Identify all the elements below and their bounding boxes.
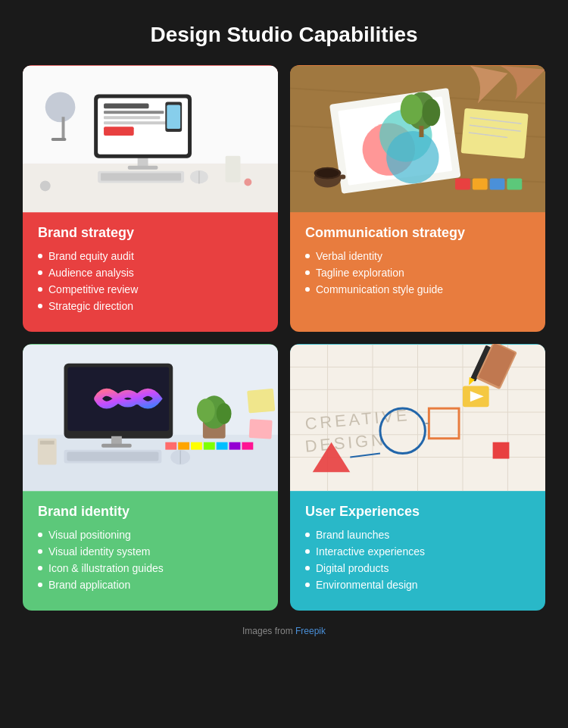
svg-rect-44: [490, 179, 505, 190]
bullet-icon: [305, 287, 310, 292]
brand-identity-image: [23, 344, 278, 492]
page-title: Design Studio Capabilities: [23, 23, 545, 47]
svg-rect-20: [51, 138, 67, 141]
bullet-icon: [38, 533, 42, 537]
communication-strategy-card: Communication strategy Verbal identity T…: [290, 65, 545, 332]
svg-rect-45: [507, 179, 522, 190]
capabilities-grid: Brand strategy Brand equity audit Audien…: [23, 65, 545, 611]
brand-identity-card: Brand identity Visual positioning Visual…: [23, 344, 278, 611]
bullet-icon: [38, 254, 42, 258]
communication-strategy-title: Communication strategy: [305, 225, 530, 241]
brand-strategy-content: Brand strategy Brand equity audit Audien…: [23, 213, 278, 312]
bullet-icon: [305, 270, 310, 275]
footer: Images from Freepik: [242, 626, 326, 636]
svg-rect-19: [62, 117, 65, 139]
user-experiences-list: Brand launches Interactive experiences D…: [305, 529, 530, 591]
user-experiences-title: User Experiences: [305, 504, 530, 520]
svg-rect-60: [165, 442, 176, 450]
list-item: Strategic direction: [38, 300, 263, 312]
svg-rect-42: [455, 179, 470, 190]
svg-rect-93: [493, 442, 510, 459]
svg-point-69: [197, 398, 215, 423]
communication-strategy-content: Communication strategy Verbal identity T…: [290, 213, 545, 295]
svg-rect-21: [226, 156, 241, 183]
svg-rect-4: [128, 166, 158, 170]
svg-rect-61: [178, 442, 189, 450]
bullet-icon: [305, 566, 310, 570]
list-item: Brand launches: [305, 529, 530, 541]
svg-rect-37: [419, 126, 423, 137]
svg-rect-63: [204, 442, 215, 450]
list-item: Interactive experiences: [305, 545, 530, 558]
svg-rect-11: [104, 127, 134, 136]
list-item: Communication style guide: [305, 283, 530, 295]
bullet-icon: [305, 533, 310, 537]
svg-point-18: [45, 92, 76, 123]
bullet-icon: [38, 583, 42, 587]
svg-point-70: [217, 403, 232, 424]
svg-rect-9: [104, 116, 160, 119]
svg-rect-7: [104, 103, 148, 108]
brand-strategy-title: Brand strategy: [38, 225, 263, 241]
bullet-icon: [38, 270, 42, 275]
list-item: Icon & illustration guides: [38, 562, 263, 574]
svg-point-35: [401, 95, 423, 125]
list-item: Tagline exploration: [305, 267, 530, 279]
list-item: Audience analysis: [38, 267, 263, 279]
list-item: Brand application: [38, 579, 263, 591]
list-item: Competitive review: [38, 283, 263, 295]
user-experiences-image: CREATIVE DESIGN: [290, 344, 545, 492]
bullet-icon: [305, 583, 310, 587]
user-experiences-content: User Experiences Brand launches Interact…: [290, 492, 545, 591]
communication-strategy-image: [290, 65, 545, 213]
svg-rect-57: [67, 452, 158, 461]
list-item: Visual identity system: [38, 545, 263, 558]
svg-rect-13: [167, 105, 180, 129]
communication-strategy-list: Verbal identity Tagline exploration Comm…: [305, 250, 530, 295]
brand-strategy-image: [23, 65, 278, 213]
svg-rect-66: [242, 442, 253, 450]
svg-rect-55: [101, 444, 132, 448]
svg-rect-62: [191, 442, 202, 450]
bullet-icon: [38, 287, 42, 292]
svg-point-22: [244, 179, 251, 186]
brand-strategy-list: Brand equity audit Audience analysis Com…: [38, 250, 263, 312]
list-item: Visual positioning: [38, 529, 263, 541]
bullet-icon: [305, 549, 310, 554]
svg-rect-8: [104, 111, 164, 114]
footer-link[interactable]: Freepik: [295, 626, 326, 636]
bullet-icon: [38, 549, 42, 554]
bullet-icon: [38, 304, 42, 308]
list-item: Verbal identity: [305, 250, 530, 262]
list-item: Digital products: [305, 562, 530, 574]
footer-text: Images from: [242, 626, 295, 636]
brand-identity-title: Brand identity: [38, 504, 263, 520]
brand-strategy-card: Brand strategy Brand equity audit Audien…: [23, 65, 278, 332]
svg-rect-71: [247, 389, 275, 414]
bullet-icon: [38, 566, 42, 570]
svg-rect-15: [101, 173, 181, 181]
svg-rect-74: [40, 441, 55, 445]
svg-point-36: [422, 98, 440, 126]
svg-point-23: [40, 181, 51, 192]
svg-rect-65: [229, 442, 241, 450]
bullet-icon: [305, 254, 310, 258]
svg-rect-10: [104, 121, 167, 124]
svg-rect-72: [249, 419, 273, 439]
brand-identity-content: Brand identity Visual positioning Visual…: [23, 492, 278, 591]
user-experiences-card: CREATIVE DESIGN: [290, 344, 545, 611]
brand-identity-list: Visual positioning Visual identity syste…: [38, 529, 263, 591]
svg-rect-64: [217, 442, 228, 450]
svg-point-40: [317, 169, 339, 178]
svg-rect-43: [473, 179, 488, 190]
list-item: Brand equity audit: [38, 250, 263, 262]
list-item: Environmental design: [305, 579, 530, 591]
svg-rect-41: [339, 175, 345, 180]
